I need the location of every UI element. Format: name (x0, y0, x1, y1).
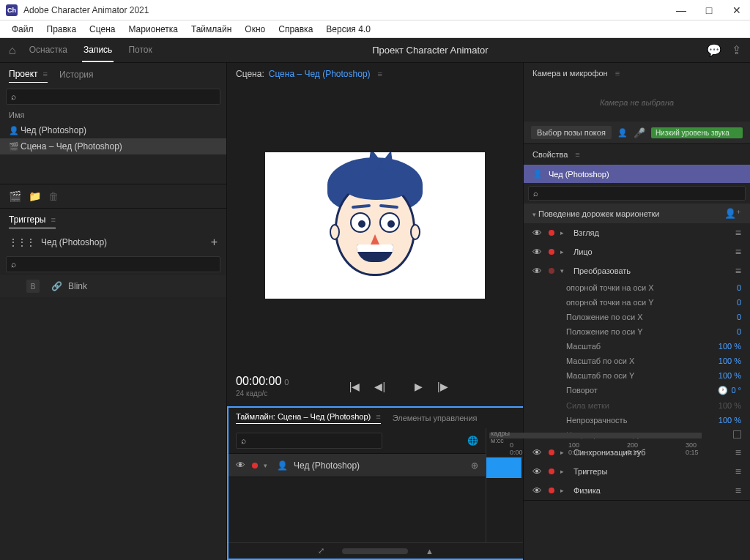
home-icon[interactable]: ⌂ (9, 44, 16, 57)
menu-version[interactable]: Версия 4.0 (320, 23, 376, 36)
timeline-clip[interactable] (486, 458, 521, 478)
chevron-right-icon[interactable]: ▸ (560, 248, 568, 255)
timeline-ruler[interactable]: кадры м:сс 00:00 1000:05 2000:10 3000:15 (486, 428, 523, 458)
tab-project[interactable]: Проект ≡ (9, 69, 48, 83)
step-forward-button[interactable]: |▶ (437, 381, 448, 392)
rest-pose-button[interactable]: Выбор позы покоя (531, 126, 612, 139)
trigger-puppet-row[interactable]: ⋮⋮⋮Чед (Photoshop) + (0, 231, 226, 253)
clapperboard-icon[interactable]: 🎬 (9, 190, 21, 202)
record-arm-icon[interactable] (252, 463, 258, 468)
scene-name-link[interactable]: Сцена – Чед (Photoshop) (269, 69, 371, 79)
project-item-scene[interactable]: 🎬 Сцена – Чед (Photoshop) (0, 138, 226, 154)
property-row[interactable]: Масштаб по оси X100 % (524, 354, 750, 368)
timeline-tab[interactable]: Таймлайн: Сцена – Чед (Photoshop) ≡ (236, 412, 381, 424)
share-icon[interactable]: ⇪ (732, 43, 741, 57)
behavior-transform[interactable]: 👁 ▾ Преобразовать ≡ (524, 261, 750, 280)
trigger-item[interactable]: B 🔗 Blink (0, 275, 226, 297)
visibility-icon[interactable]: 👁 (532, 228, 543, 239)
record-arm-icon[interactable] (549, 488, 554, 493)
preview-canvas[interactable] (265, 152, 485, 299)
record-arm-icon[interactable] (549, 268, 554, 274)
property-row[interactable]: Положение по оси X0 (524, 310, 750, 324)
checkbox[interactable] (733, 430, 741, 438)
menu-icon[interactable]: ≡ (735, 265, 741, 277)
timeline-search[interactable]: ⌕ (236, 433, 382, 449)
property-row[interactable]: Непрозрачность100 % (524, 413, 750, 428)
zoom-icon[interactable]: ▲ (426, 547, 434, 556)
visibility-icon[interactable]: 👁 (532, 247, 543, 258)
menu-icon[interactable]: ≡ (735, 246, 741, 258)
trigger-search-input[interactable] (16, 260, 215, 269)
tab-rig[interactable]: Оснастка (28, 39, 69, 62)
behavior-row[interactable]: 👁 ▸ Лицо ≡ (524, 242, 750, 261)
chat-icon[interactable]: 💬 (707, 43, 721, 57)
expand-icon[interactable]: ⤢ (318, 546, 324, 556)
behavior-row[interactable]: 👁 ▸ Взгляд ≡ (524, 223, 750, 242)
maximize-button[interactable]: □ (702, 4, 716, 16)
property-row[interactable]: опорной точки на оси X0 (524, 280, 750, 295)
chevron-down-icon[interactable]: ▾ (560, 267, 568, 275)
menu-icon[interactable]: ≡ (735, 466, 741, 477)
visibility-icon[interactable]: 👁 (532, 266, 543, 277)
menu-icon[interactable]: ≡ (615, 69, 620, 78)
tab-triggers[interactable]: Триггеры ≡ (9, 214, 56, 228)
mic-icon[interactable]: 🎤 (634, 127, 645, 138)
visibility-icon[interactable]: 👁 (532, 485, 543, 496)
tab-record[interactable]: Запись (82, 39, 114, 62)
play-button[interactable]: ▶ (415, 381, 423, 392)
timeline-scrollbar[interactable] (342, 548, 408, 554)
tab-stream[interactable]: Поток (127, 39, 153, 62)
timeline-track[interactable]: 👁 ▾ 👤 Чед (Photoshop) ⊕ (229, 453, 486, 477)
menu-icon[interactable]: ≡ (735, 485, 741, 496)
timecode[interactable]: 00:00:00 (236, 375, 281, 387)
step-back-button[interactable]: ◀| (374, 381, 385, 392)
property-row[interactable]: Поворот🕐0 ° (524, 383, 750, 398)
globe-icon[interactable]: 🌐 (467, 436, 478, 446)
menu-timeline[interactable]: Таймлайн (185, 23, 237, 36)
timeline-search-input[interactable] (246, 436, 377, 445)
behaviors-header[interactable]: ▾ Поведение дорожек марионетки 👤⁺ (524, 204, 750, 223)
menu-edit[interactable]: Правка (41, 23, 83, 36)
property-row[interactable]: Масштаб100 % (524, 339, 750, 354)
project-item-puppet[interactable]: 👤 Чед (Photoshop) (0, 122, 226, 138)
mask-icon[interactable]: ⊕ (471, 460, 478, 471)
add-trigger-button[interactable]: + (211, 236, 218, 249)
properties-search-input[interactable] (538, 189, 740, 198)
menu-icon[interactable]: ≡ (378, 70, 382, 78)
timeline-controls-tab[interactable]: Элементы управления (393, 414, 478, 422)
menu-window[interactable]: Окно (239, 23, 271, 36)
project-search-input[interactable] (16, 92, 215, 101)
chevron-right-icon[interactable]: ▸ (560, 229, 568, 236)
property-row[interactable]: Сила метки100 % (524, 398, 750, 413)
add-behavior-icon[interactable]: 👤⁺ (724, 208, 741, 219)
trigger-search[interactable]: ⌕ (6, 256, 220, 272)
menu-file[interactable]: Файл (6, 23, 40, 36)
behavior-row[interactable]: 👁▸Физика≡ (524, 481, 750, 500)
chevron-down-icon[interactable]: ▾ (264, 462, 271, 469)
visibility-icon[interactable]: 👁 (236, 460, 246, 471)
record-arm-icon[interactable] (549, 468, 554, 474)
record-arm-icon[interactable] (549, 249, 554, 255)
property-row[interactable]: Положение по оси Y0 (524, 324, 750, 339)
project-search[interactable]: ⌕ (6, 89, 220, 105)
menu-icon[interactable]: ≡ (735, 227, 741, 239)
behavior-row[interactable]: 👁▸Триггеры≡ (524, 462, 750, 481)
property-row[interactable]: опорной точки на оси Y0 (524, 295, 750, 310)
menu-icon[interactable]: ≡ (575, 150, 579, 159)
trigger-key[interactable]: B (26, 280, 40, 293)
property-row[interactable]: Масштаб по оси Y100 % (524, 368, 750, 383)
visibility-icon[interactable]: 👁 (532, 466, 543, 477)
close-button[interactable]: ✕ (729, 4, 744, 16)
chevron-right-icon[interactable]: ▸ (560, 468, 568, 475)
user-icon[interactable]: 👤 (617, 128, 628, 138)
minimize-button[interactable]: — (674, 4, 688, 16)
menu-puppet[interactable]: Марионетка (122, 23, 183, 36)
tab-history[interactable]: История (59, 70, 94, 83)
properties-search[interactable]: ⌕ (528, 186, 746, 201)
menu-icon[interactable]: ≡ (41, 70, 48, 78)
record-arm-icon[interactable] (549, 230, 554, 236)
menu-scene[interactable]: Сцена (83, 23, 121, 36)
chevron-right-icon[interactable]: ▸ (560, 487, 568, 494)
folder-icon[interactable]: 📁 (29, 190, 41, 202)
menu-help[interactable]: Справка (272, 23, 319, 36)
